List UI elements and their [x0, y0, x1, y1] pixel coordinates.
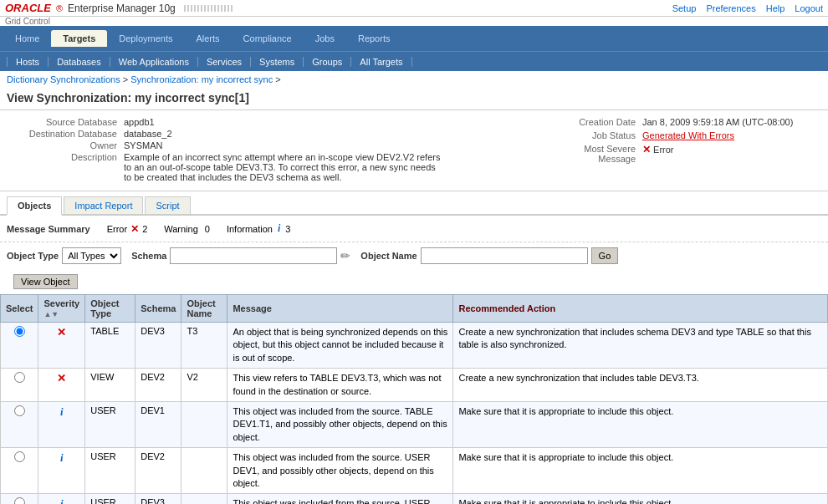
tab-alerts[interactable]: Alerts — [184, 30, 231, 47]
setup-link[interactable]: Setup — [672, 3, 697, 13]
sub-tab-objects[interactable]: Objects — [7, 196, 62, 216]
obj-name-cell — [181, 401, 227, 447]
sec-nav-all-targets[interactable]: All Targets — [351, 57, 411, 67]
sub-tab-script[interactable]: Script — [145, 196, 190, 214]
creation-value: Jan 8, 2009 9:59:18 AM (UTC-08:00) — [642, 117, 793, 127]
error-label: Error — [107, 224, 127, 234]
sub-tab-impact-report[interactable]: Impact Report — [64, 196, 143, 214]
warning-label: Warning — [164, 224, 198, 234]
message-cell: This object was included from the source… — [227, 401, 453, 447]
schema-cell: DEV2 — [135, 448, 181, 494]
breadcrumb-sep-2: > — [275, 74, 280, 84]
oracle-text: ORACLE — [5, 2, 51, 14]
registered-icon: ® — [56, 3, 63, 13]
tab-compliance[interactable]: Compliance — [232, 30, 304, 47]
table-header-row: Select Severity ▲▼ Object Type Schema Ob… — [1, 295, 828, 323]
schema-cell: DEV3 — [135, 323, 181, 369]
info-summary: Information i 3 — [227, 222, 291, 235]
col-header-message: Message — [227, 295, 453, 323]
dest-label: Destination Database — [7, 129, 124, 139]
top-links: Setup Preferences Help Logout — [672, 3, 823, 13]
obj-name-cell: T3 — [181, 323, 227, 369]
error-x-icon-2: ✕ — [130, 223, 139, 235]
breadcrumb-link-1[interactable]: Dictionary Synchronizations — [7, 74, 120, 84]
sec-nav-databases[interactable]: Databases — [49, 57, 110, 67]
msg-summary: Message Summary Error ✕ 2 Warning 0 Info… — [0, 216, 828, 242]
row-radio-1[interactable] — [14, 372, 25, 383]
info-section: Source Database appdb1 Destination Datab… — [0, 110, 828, 191]
tab-reports[interactable]: Reports — [346, 30, 402, 47]
obj-name-filter: Object Name Go — [360, 247, 618, 264]
sec-nav-services[interactable]: Services — [198, 57, 251, 67]
breadcrumb-sep-1: > — [123, 74, 130, 84]
dest-value: database_2 — [124, 129, 172, 139]
info-icon: i — [60, 405, 64, 418]
message-cell: An object that is being synchronized dep… — [227, 323, 453, 369]
obj-type-select[interactable]: All Types TABLE VIEW USER — [62, 247, 121, 264]
info-label: Information — [227, 224, 273, 234]
table-row: iUSERDEV1This object was included from t… — [1, 401, 828, 447]
tab-targets[interactable]: Targets — [51, 30, 107, 47]
creation-row: Creation Date Jan 8, 2009 9:59:18 AM (UT… — [567, 117, 821, 127]
obj-type-cell: VIEW — [85, 369, 135, 402]
sec-nav-groups[interactable]: Groups — [304, 57, 351, 67]
em-text: Enterprise Manager 10g — [68, 3, 176, 14]
msg-summary-title: Message Summary — [7, 224, 90, 234]
obj-type-label: Object Type — [7, 251, 59, 261]
breadcrumb: Dictionary Synchronizations > Synchroniz… — [0, 71, 828, 88]
error-count: 2 — [142, 224, 147, 234]
col-header-severity[interactable]: Severity ▲▼ — [38, 295, 85, 323]
desc-value: Example of an incorrect sync attempt whe… — [124, 152, 442, 182]
action-cell: Make sure that it is appropriate to incl… — [453, 448, 828, 494]
help-link[interactable]: Help — [766, 3, 785, 13]
logout-link[interactable]: Logout — [795, 3, 823, 13]
source-value: appdb1 — [124, 117, 155, 127]
warning-summary: Warning 0 — [164, 224, 210, 234]
col-header-obj-type: Object Type — [85, 295, 135, 323]
source-label: Source Database — [7, 117, 124, 127]
page-title: View Synchronization: my incorrect sync[… — [0, 88, 828, 110]
obj-name-input[interactable] — [421, 247, 588, 264]
schema-cell: DEV3 — [135, 494, 181, 504]
sec-nav-web-applications[interactable]: Web Applications — [110, 57, 198, 67]
row-radio-0[interactable] — [14, 326, 25, 337]
grid-control-label: Grid Control — [0, 17, 828, 26]
obj-type-cell: USER — [85, 448, 135, 494]
message-cell: This object was included from the source… — [227, 448, 453, 494]
message-cell: This object was included from the source… — [227, 494, 453, 504]
go-button[interactable]: Go — [591, 247, 619, 264]
breadcrumb-link-2[interactable]: Synchronization: my incorrect sync — [130, 74, 273, 84]
action-cell: Make sure that it is appropriate to incl… — [453, 401, 828, 447]
schema-input[interactable] — [170, 247, 337, 264]
job-status-link[interactable]: Generated With Errors — [642, 130, 734, 140]
info-count: 3 — [285, 224, 290, 234]
pencil-icon: ✏ — [340, 249, 350, 262]
severity-sort-icon: ▲▼ — [43, 310, 59, 318]
row-radio-3[interactable] — [14, 451, 25, 462]
oracle-logo: ORACLE ® Enterprise Manager 10g — [5, 2, 234, 14]
recommended-action-label: Recommended Action — [458, 303, 555, 313]
row-radio-4[interactable] — [14, 497, 25, 504]
tab-home[interactable]: Home — [3, 30, 51, 47]
obj-name-cell — [181, 494, 227, 504]
preferences-link[interactable]: Preferences — [706, 3, 755, 13]
col-header-action: Recommended Action — [453, 295, 828, 323]
message-cell: This view refers to TABLE DEV3.T3, which… — [227, 369, 453, 402]
info-right: Creation Date Jan 8, 2009 9:59:18 AM (UT… — [554, 117, 821, 184]
row-radio-2[interactable] — [14, 405, 25, 416]
error-x-icon: ✕ — [57, 326, 66, 339]
severity-cell: i — [38, 401, 85, 447]
table-row: iUSERDEV3This object was included from t… — [1, 494, 828, 504]
view-object-button[interactable]: View Object — [13, 274, 78, 289]
tab-deployments[interactable]: Deployments — [107, 30, 184, 47]
table-row: iUSERDEV2This object was included from t… — [1, 448, 828, 494]
owner-row: Owner SYSMAN — [7, 140, 554, 150]
obj-type-cell: USER — [85, 494, 135, 504]
table-row: ✕TABLEDEV3T3An object that is being sync… — [1, 323, 828, 369]
obj-name-cell — [181, 448, 227, 494]
col-header-obj-name: Object Name — [181, 295, 227, 323]
sec-nav-hosts[interactable]: Hosts — [7, 57, 49, 67]
sec-nav-systems[interactable]: Systems — [251, 57, 304, 67]
tab-jobs[interactable]: Jobs — [304, 30, 346, 47]
severity-cell: i — [38, 494, 85, 504]
